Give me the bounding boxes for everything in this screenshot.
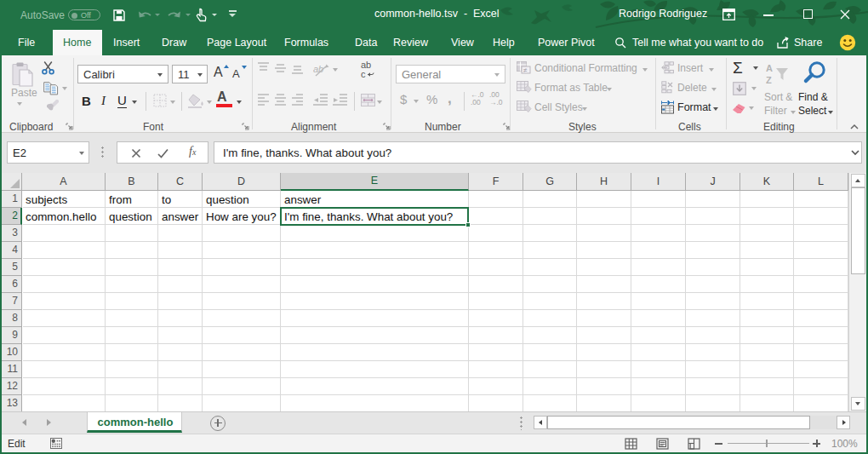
svg-text:≠: ≠ xyxy=(523,66,528,74)
svg-text:A: A xyxy=(766,63,773,73)
svg-text:c: c xyxy=(361,69,366,79)
svg-text:Z: Z xyxy=(766,75,772,85)
